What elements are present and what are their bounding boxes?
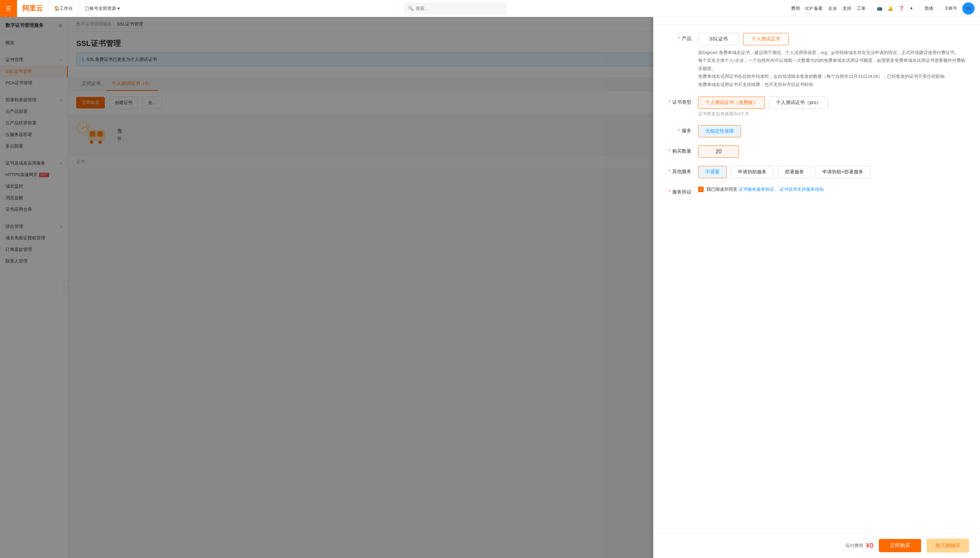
required-mark: * <box>678 36 680 41</box>
panel-body: * 产品 SSL证书 个人测试证书 原Digicert 免费单域名证书，建议用于… <box>653 25 980 533</box>
other-service-btn-deploy[interactable]: 部署服务 <box>778 166 811 178</box>
nav-link-icp[interactable]: ICP 备案 <box>805 5 823 11</box>
form-label-other-service: * 其他服务 <box>664 166 691 175</box>
service-selector: 无稳定性保障 <box>698 125 969 137</box>
add-to-cart-button[interactable]: 加入购物车 <box>927 538 969 553</box>
nav-link-support[interactable]: 支持 <box>842 5 852 11</box>
nav-link-enterprise[interactable]: 企业 <box>828 5 837 11</box>
nav-username: 主账号 <box>945 5 957 11</box>
required-mark2: * <box>669 99 670 105</box>
product-description: 原Digicert 免费单域名证书，建议用于测试、个人试用等场景，org、jp等… <box>698 49 969 89</box>
form-label-service: * 服务 <box>664 125 691 134</box>
cert-type-selector: 个人测试证书（免费版） 个人测试证书（pro） <box>698 97 969 109</box>
nav-star-icon[interactable]: ✦ <box>909 6 913 11</box>
workspace-home-icon: 🏠 <box>54 6 59 11</box>
resources-label: 账号全部资源 <box>89 5 116 11</box>
service-btn-no-guarantee[interactable]: 无稳定性保障 <box>698 125 741 137</box>
agreement-row: ✓ 我已阅读并同意 证书服务服务协议、 证书技术支持服务须知 <box>698 186 969 192</box>
panel-footer: 应付费用 ¥0 立即购买 加入购物车 <box>653 533 980 558</box>
hamburger-menu[interactable]: ☰ <box>0 0 17 17</box>
nav-link-fees[interactable]: 费用 <box>791 5 800 11</box>
nav-video-icon[interactable]: 📺 <box>877 6 882 11</box>
agreement-link-cert-service[interactable]: 证书服务服务协议、 <box>739 187 779 192</box>
agreement-link-tech-support[interactable]: 证书技术支持服务须知 <box>779 187 824 192</box>
form-row-other-service: * 其他服务 不需要 申请协助服务 部署服务 申请协助+部署服务 <box>664 166 969 178</box>
nav-logo[interactable]: 阿里云 <box>17 0 49 17</box>
product-desc-line2: 每个实名主体个人/企业，一个自然年内可以领取一次数量为20的免费单域名试用证书额… <box>698 56 969 72</box>
nav-lang[interactable]: 简体 <box>924 5 933 11</box>
agreement-text: 我已阅读并同意 证书服务服务协议、 证书技术支持服务须知 <box>706 186 824 192</box>
required-mark3: * <box>678 128 680 133</box>
form-row-quantity: * 购买数量 20 <box>664 146 969 158</box>
form-content-quantity: 20 <box>698 146 969 158</box>
logo-text: 阿里云 <box>23 4 43 13</box>
form-content-product: SSL证书 个人测试证书 原Digicert 免费单域名证书，建议用于测试、个人… <box>698 33 969 89</box>
price-section: 应付费用 ¥0 <box>845 542 873 550</box>
form-content-agreement: ✓ 我已阅读并同意 证书服务服务协议、 证书技术支持服务须知 <box>698 186 969 192</box>
agreement-prefix: 我已阅读并同意 <box>706 187 737 192</box>
search-icon: 🔍 <box>408 6 413 11</box>
cert-type-btn-free[interactable]: 个人测试证书（免费版） <box>698 97 765 109</box>
product-desc-line3: 免费单域名试用证书在自然年结束时，会自动清除未签发的数量（每个自然年12月31日… <box>698 72 969 80</box>
nav-divider2 <box>919 5 919 12</box>
form-row-agreement: * 服务协议 ✓ 我已阅读并同意 证书服务服务协议、 证书技术支持服务须知 <box>664 186 969 195</box>
form-row-product: * 产品 SSL证书 个人测试证书 原Digicert 免费单域名证书，建议用于… <box>664 33 969 89</box>
form-content-service: 无稳定性保障 <box>698 125 969 137</box>
form-content-cert-type: 个人测试证书（免费版） 个人测试证书（pro） 证书签发后有效期为3个月 <box>698 97 969 117</box>
nav-user-info[interactable]: 主账号 <box>945 5 957 11</box>
form-row-cert-type: * 证书类型 个人测试证书（免费版） 个人测试证书（pro） 证书签发后有效期为… <box>664 97 969 117</box>
product-desc-line1: 原Digicert 免费单域名证书，建议用于测试、个人试用等场景，org、jp等… <box>698 49 969 56</box>
price-value: ¥0 <box>866 542 873 550</box>
other-service-btn-apply-deploy[interactable]: 申请协助+部署服务 <box>815 166 870 178</box>
nav-help-icon[interactable]: ❓ <box>899 6 904 11</box>
agreement-checkbox[interactable]: ✓ <box>698 187 703 192</box>
top-navigation: ☰ 阿里云 🏠 工作台 📋 账号全部资源 ▾ 🔍 费用 ICP 备案 企业 支持… <box>0 0 980 17</box>
other-service-btn-none[interactable]: 不需要 <box>698 166 727 178</box>
buy-now-button[interactable]: 立即购买 <box>879 539 921 552</box>
required-mark6: * <box>669 189 670 195</box>
nav-link-ticket[interactable]: 工单 <box>857 5 866 11</box>
form-row-service: * 服务 无稳定性保障 <box>664 125 969 137</box>
required-mark4: * <box>669 148 670 154</box>
nav-bell-icon[interactable]: 🔔 <box>888 6 893 11</box>
form-label-quantity: * 购买数量 <box>664 146 691 154</box>
form-label-agreement: * 服务协议 <box>664 186 691 195</box>
nav-divider3 <box>939 5 939 12</box>
purchase-panel: 立即购买 🎧 × * 产品 SSL证书 个人测试证书 原Digicert 免费单… <box>653 0 980 558</box>
hamburger-icon: ☰ <box>6 5 11 12</box>
cert-type-btn-pro[interactable]: 个人测试证书（pro） <box>769 97 828 109</box>
product-btn-personal-test[interactable]: 个人测试证书 <box>743 33 789 45</box>
resources-chevron: ▾ <box>117 6 120 11</box>
search-box[interactable]: 🔍 <box>404 3 507 14</box>
form-label-cert-type: * 证书类型 <box>664 97 691 105</box>
avatar[interactable]: Yo <box>962 2 975 15</box>
required-mark5: * <box>669 169 670 174</box>
avatar-initials: Yo <box>966 6 971 11</box>
nav-search-area: 🔍 <box>125 3 786 14</box>
checkbox-check-icon: ✓ <box>700 187 703 192</box>
other-service-selector: 不需要 申请协助服务 部署服务 申请协助+部署服务 <box>698 166 969 178</box>
nav-right-section: 费用 ICP 备案 企业 支持 工单 📺 🔔 ❓ ✦ 简体 主账号 Yo <box>786 2 980 15</box>
other-service-btn-apply-assist[interactable]: 申请协助服务 <box>731 166 774 178</box>
quantity-display[interactable]: 20 <box>698 146 739 158</box>
product-selector: SSL证书 个人测试证书 <box>698 33 969 45</box>
workspace-label: 工作台 <box>59 5 73 11</box>
form-content-other-service: 不需要 申请协助服务 部署服务 申请协助+部署服务 <box>698 166 969 178</box>
form-label-product: * 产品 <box>664 33 691 42</box>
product-btn-ssl[interactable]: SSL证书 <box>698 33 739 45</box>
nav-workspace-link[interactable]: 🏠 工作台 <box>49 0 79 17</box>
search-input[interactable] <box>416 6 503 11</box>
cert-valid-hint: 证书签发后有效期为3个月 <box>698 111 969 117</box>
product-desc-line4: 免费单域名试用证书不支持续费，也不支持补齐旧证书时间 <box>698 80 969 89</box>
resources-icon: 📋 <box>84 6 89 11</box>
price-label: 应付费用 <box>845 543 863 549</box>
nav-resources-link[interactable]: 📋 账号全部资源 ▾ <box>79 0 125 17</box>
nav-divider <box>871 5 871 12</box>
